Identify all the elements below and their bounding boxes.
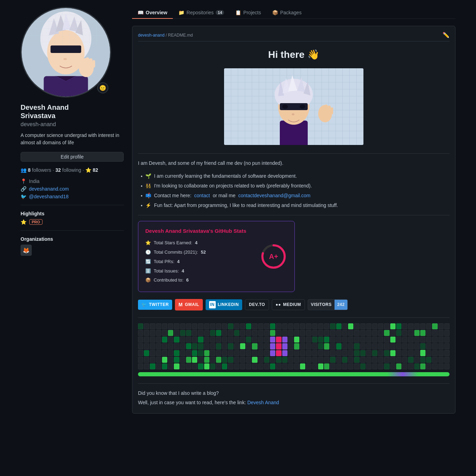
twitter-badge[interactable]: 🐦 TWITTER (138, 300, 172, 310)
bullet-4: ⚡ Fun fact: Apart from programming, I li… (141, 202, 450, 209)
tab-repositories-icon: 📁 (178, 10, 184, 15)
website-item: 🔗 deveshanand.com (21, 186, 124, 192)
tab-overview[interactable]: 📖 Overview (132, 7, 173, 19)
status-badge: 😐 (97, 82, 108, 93)
stat-row-3: 🔃 Total PRs: 4 (145, 258, 260, 266)
gmail-badge-icon: M (178, 301, 183, 308)
stat-row-5: 📦 Contributed to: 6 (145, 277, 260, 284)
svg-point-73 (300, 105, 305, 109)
bullet-2: 👯 I'm looking to collaborate on projects… (141, 182, 450, 190)
readme-body: Hi there 👋 (138, 47, 450, 406)
breadcrumb-user-link[interactable]: devesh-anand (138, 33, 164, 38)
blog-link[interactable]: Devesh Anand (247, 400, 279, 405)
followers-icon: 👥 (21, 167, 26, 173)
medium-badge-icon: ●● (276, 301, 281, 308)
link-icon: 🔗 (21, 186, 26, 192)
linkedin-badge-icon: in (209, 301, 216, 308)
bullet-2-text: I'm looking to collaborate on projects r… (154, 182, 312, 190)
separator-1 (138, 153, 450, 154)
intro-text: I am Devesh, and some of my friend call … (138, 159, 450, 167)
readme-bullets: 🌱 I am currently learning the fundamenta… (138, 172, 450, 209)
medium-badge-label: MEDIUM (283, 301, 301, 308)
bullet-3: 📫 Contact me here: contact or mail me co… (141, 192, 450, 200)
stats-title: Devesh Anand Srivastava's GitHub Stats (145, 227, 260, 235)
twitter-link[interactable]: @deveshanand18 (29, 194, 69, 199)
organizations-title: Organizations (21, 236, 124, 242)
main-content: 📖 Overview 📁 Repositories 14 📋 Projects … (132, 7, 455, 421)
breadcrumb: devesh-anand / README.md (138, 33, 193, 38)
location-item: 📍 India (21, 178, 124, 184)
stat-value-3: 4 (177, 258, 179, 266)
nav-tabs: 📖 Overview 📁 Repositories 14 📋 Projects … (132, 7, 455, 19)
svg-rect-78 (328, 106, 331, 114)
pro-badge: PRO (29, 219, 43, 225)
bullet-3-emoji: 📫 (145, 192, 151, 199)
linkedin-badge[interactable]: in LINKEDIN (206, 299, 243, 310)
twitter-badge-label: TWITTER (149, 301, 169, 308)
followers-row: 👥 8 followers · 32 following · ⭐ 82 (21, 167, 124, 173)
sidebar: 😐 Devesh Anand Srivastava devesh-anand A… (21, 7, 124, 421)
svg-point-72 (282, 105, 288, 109)
readme-title-text: Hi there (268, 49, 304, 60)
highlights-title: Highlights (21, 211, 124, 216)
svg-rect-77 (325, 105, 328, 114)
readme-title: Hi there 👋 (138, 47, 450, 63)
tab-overview-icon: 📖 (138, 10, 144, 15)
stat-row-1: ⭐ Total Stars Earned: 4 (145, 239, 260, 247)
readme-edit-button[interactable]: ✏️ (443, 32, 450, 38)
followers-label: followers (32, 167, 51, 173)
tab-projects-icon: 📋 (235, 10, 241, 15)
contact-link[interactable]: contact (194, 192, 210, 199)
bullet-2-emoji: 👯 (145, 182, 151, 190)
org-avatar-1[interactable]: 🦊 (21, 245, 32, 256)
gmail-badge[interactable]: M GMAIL (175, 299, 202, 310)
website-link[interactable]: deveshanand.com (29, 186, 69, 192)
profile-meta: 📍 India 🔗 deveshanand.com 🐦 @deveshanand… (21, 178, 124, 199)
stat-label-5: Contributed to: (154, 277, 183, 284)
svg-point-9 (63, 58, 67, 60)
tab-repositories[interactable]: 📁 Repositories 14 (173, 7, 230, 19)
stat-value-1: 4 (195, 239, 198, 247)
devto-badge-label: DEV.TO (249, 301, 265, 308)
location-text: India (29, 178, 39, 184)
stat-label-2: Total Commits (2021): (154, 249, 198, 256)
profile-bio: A computer science undergrad with intere… (21, 132, 124, 146)
wave-emoji: 👋 (307, 49, 320, 60)
stars-count: 82 (93, 167, 98, 173)
separator-4 (138, 383, 450, 384)
following-count[interactable]: 32 (55, 167, 61, 173)
profile-display-name: Devesh Anand Srivastava (21, 103, 124, 120)
following-label: following (62, 167, 81, 173)
medium-badge[interactable]: ●● MEDIUM (272, 299, 305, 310)
tab-packages-label: Packages (280, 10, 301, 15)
org-list: 🦊 (21, 245, 124, 256)
svg-rect-14 (89, 59, 92, 68)
stat-icon-5: 📦 (145, 277, 151, 284)
devto-badge[interactable]: DEV.TO (245, 299, 269, 310)
svg-rect-13 (86, 57, 89, 68)
highlight-star-icon: ⭐ (21, 219, 26, 225)
stat-icon-4: ℹ️ (145, 268, 151, 275)
tab-projects[interactable]: 📋 Projects (230, 7, 267, 19)
contrib-bar (138, 372, 450, 376)
bullet-4-emoji: ⚡ (145, 202, 151, 209)
stat-label-3: Total PRs: (154, 258, 174, 266)
svg-rect-76 (322, 106, 324, 114)
stat-icon-2: 🕒 (145, 249, 151, 256)
stat-label-4: Total Issues: (154, 268, 179, 275)
twitter-badge-icon: 🐦 (141, 301, 147, 308)
stat-value-4: 4 (182, 268, 184, 275)
email-link[interactable]: contactdeveshanand@gmail.com (238, 192, 310, 199)
twitter-icon: 🐦 (21, 194, 26, 199)
social-badges: 🐦 TWITTER M GMAIL in LINKEDIN DEV.TO (138, 299, 450, 310)
svg-rect-15 (92, 60, 95, 67)
tab-packages[interactable]: 📦 Packages (267, 7, 307, 19)
tab-repositories-label: Repositories (186, 10, 214, 15)
followers-count[interactable]: 8 (28, 167, 31, 173)
grade-circle: A+ (260, 243, 287, 270)
linkedin-badge-label: LINKEDIN (218, 301, 239, 308)
edit-profile-button[interactable]: Edit profile (21, 152, 124, 162)
readme-header: devesh-anand / README.md ✏️ (138, 32, 450, 41)
contrib-grid (138, 323, 450, 370)
star-icon: ⭐ (85, 167, 91, 173)
